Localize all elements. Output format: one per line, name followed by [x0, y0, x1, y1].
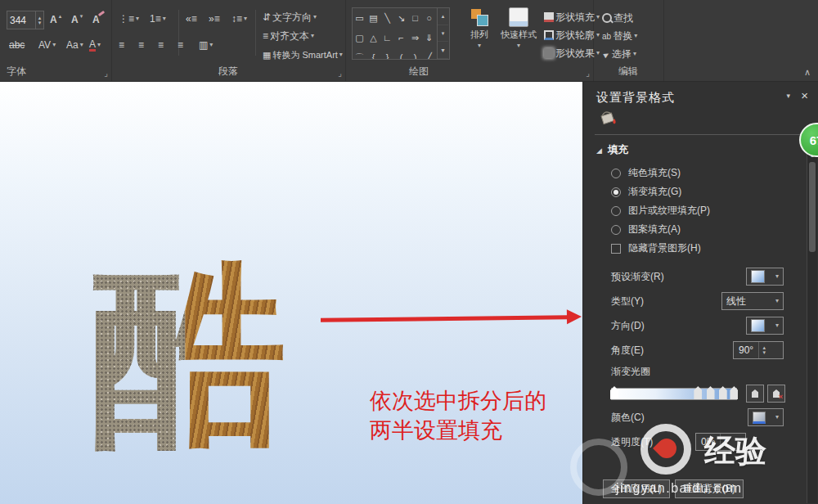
- align-text-label: 对齐文本: [270, 29, 309, 43]
- gradient-angle-spinbox[interactable]: 90° ▴ ▾: [733, 341, 784, 359]
- spin-down-icon[interactable]: ▾: [762, 350, 766, 355]
- dialog-launcher-icon[interactable]: ⌟: [586, 69, 590, 78]
- transparency-spinbox[interactable]: 0% ▴ ▾: [695, 433, 746, 451]
- shape-arrow-icon[interactable]: ↘: [394, 8, 408, 28]
- gradient-stop-handle[interactable]: [730, 386, 738, 399]
- collapse-ribbon-icon[interactable]: ∧: [800, 65, 815, 79]
- shape-right-arrow-icon[interactable]: ⇒: [408, 28, 422, 47]
- shape-outline-label: 形状轮廓: [555, 29, 595, 43]
- shape-line-icon[interactable]: ╲: [380, 8, 394, 28]
- chevron-down-icon: ▾: [775, 273, 779, 280]
- shape-arc-icon[interactable]: ⌒: [353, 47, 366, 60]
- dialog-launcher-icon[interactable]: ⌟: [338, 69, 342, 78]
- dialog-launcher-icon[interactable]: ⌟: [104, 69, 108, 78]
- apply-to-all-button[interactable]: 全部应用(L): [603, 479, 670, 498]
- shape-right-angle-icon[interactable]: ∟: [380, 28, 394, 47]
- find-button[interactable]: 查找: [600, 9, 636, 27]
- align-center-button[interactable]: ≡: [136, 36, 146, 54]
- align-text-button[interactable]: ≡ 对齐文本 ▾: [260, 27, 317, 45]
- shrink-font-button[interactable]: A ▾: [69, 11, 85, 29]
- angle-spinner[interactable]: ▴ ▾: [758, 342, 769, 358]
- numbering-button[interactable]: 1≡ ▾: [147, 10, 169, 28]
- fill-section-header[interactable]: ◢ 填充: [596, 143, 818, 157]
- fill-option-pattern[interactable]: 图案填充(A): [583, 220, 818, 239]
- gradient-stop-handle[interactable]: [707, 386, 715, 399]
- convert-smartart-button[interactable]: ▦ 转换为 SmartArt ▾: [260, 46, 345, 64]
- slide-canvas[interactable]: 酷 酷 依次选中拆分后的 两半设置填充: [0, 82, 582, 504]
- increase-indent-button[interactable]: »≡: [206, 10, 222, 28]
- hide-background-graphics-checkbox[interactable]: 隐藏背景图形(H): [583, 239, 818, 258]
- gradient-stops-bar[interactable]: [611, 388, 737, 400]
- shape-rounded-rectangle-icon[interactable]: ▢: [353, 28, 366, 47]
- justify-button[interactable]: ≡: [175, 36, 186, 54]
- columns-button[interactable]: ▥ ▾: [196, 36, 215, 54]
- shape-triangle-icon[interactable]: △: [366, 28, 380, 47]
- fill-option-label: 图片或纹理填充(P): [628, 204, 710, 218]
- align-left-button[interactable]: ≡: [116, 36, 127, 54]
- spin-down-icon[interactable]: ▾: [38, 20, 42, 25]
- pane-header: 设置背景格式 ▾ ×: [583, 82, 818, 108]
- clear-formatting-button[interactable]: A: [90, 11, 102, 29]
- shape-left-brace-icon[interactable]: {: [366, 47, 380, 60]
- decrease-indent-button[interactable]: «≡: [183, 10, 200, 28]
- font-size-spinner[interactable]: ▴ ▾: [35, 11, 43, 29]
- gradient-stop-handle[interactable]: [719, 386, 727, 399]
- text-direction-button[interactable]: ⇵ 文字方向 ▾: [260, 8, 319, 26]
- red-arrow-shape[interactable]: [321, 315, 568, 322]
- gallery-more-icon[interactable]: ▼: [438, 42, 448, 59]
- gradient-stop-handle[interactable]: [610, 386, 618, 399]
- align-right-button[interactable]: ≡: [155, 36, 166, 54]
- gallery-scroll-up-icon[interactable]: ▴: [438, 8, 448, 25]
- remove-gradient-stop-button[interactable]: ×: [767, 385, 785, 403]
- line-spacing-button[interactable]: ↕≡ ▾: [229, 10, 249, 28]
- shape-curve-icon[interactable]: ╱: [422, 47, 436, 60]
- chevron-down-icon: ▾: [52, 42, 56, 48]
- character-spacing-button[interactable]: AV ▾: [36, 36, 58, 54]
- shape-effects-icon: [544, 48, 554, 58]
- shape-right-bracket-icon[interactable]: ): [408, 47, 422, 60]
- find-label: 查找: [614, 11, 633, 25]
- font-size-input[interactable]: [7, 11, 35, 29]
- replace-button[interactable]: ab 替换 ▾: [600, 27, 640, 45]
- reset-background-button[interactable]: 重置背景(B): [675, 479, 744, 498]
- pane-options-icon[interactable]: ▾: [786, 92, 790, 100]
- background-fill-bucket-icon[interactable]: [598, 108, 619, 128]
- gradient-type-dropdown[interactable]: 线性 ▾: [721, 292, 784, 310]
- grow-font-button[interactable]: A ▴: [47, 11, 64, 29]
- shape-textbox-icon[interactable]: ▭: [353, 8, 366, 28]
- shape-elbow-connector-icon[interactable]: ⌐: [394, 28, 408, 47]
- arrange-button[interactable]: 排列 ▾: [465, 7, 494, 49]
- pane-scrollbar[interactable]: ▴: [807, 151, 817, 503]
- align-left-icon: ≡: [119, 39, 124, 51]
- shapes-gallery: ▭ ▤ ╲ ↘ □ ○ ▢ △ ∟ ⌐ ⇒ ⇓ ⌒ { } ( ): [352, 7, 450, 60]
- shape-rectangle-icon[interactable]: □: [408, 8, 422, 28]
- quick-styles-button[interactable]: 快速样式 ▾: [499, 7, 538, 49]
- shape-oval-icon[interactable]: ○: [422, 8, 436, 28]
- font-color-button[interactable]: A ▾: [87, 36, 103, 54]
- gradient-direction-dropdown[interactable]: ▾: [746, 317, 784, 335]
- gallery-scroll-down-icon[interactable]: ▾: [438, 25, 448, 43]
- strikethrough-button[interactable]: abc: [7, 36, 27, 54]
- close-icon[interactable]: ×: [801, 88, 808, 102]
- bullets-button[interactable]: ⋮≡ ▾: [116, 10, 142, 28]
- stop-color-dropdown[interactable]: ▾: [748, 408, 784, 426]
- transparency-spinner[interactable]: ▴ ▾: [720, 434, 730, 450]
- select-icon: ►: [600, 48, 612, 60]
- select-button[interactable]: ► 选择 ▾: [600, 45, 639, 63]
- preset-gradient-dropdown[interactable]: ▾: [746, 268, 784, 286]
- chevron-down-icon: ▾: [311, 33, 314, 39]
- fill-option-gradient[interactable]: 渐变填充(G): [583, 182, 818, 201]
- shape-right-brace-icon[interactable]: }: [380, 47, 394, 60]
- stop-color-label: 颜色(C): [611, 411, 645, 425]
- spin-down-icon[interactable]: ▾: [725, 442, 728, 447]
- fill-option-picture[interactable]: 图片或纹理填充(P): [583, 201, 818, 220]
- shape-vertical-textbox-icon[interactable]: ▤: [366, 8, 380, 28]
- add-gradient-stop-button[interactable]: [746, 385, 764, 403]
- fill-option-solid[interactable]: 纯色填充(S): [583, 164, 818, 182]
- annotation-text[interactable]: 依次选中拆分后的 两半设置填充: [370, 386, 546, 445]
- scrollbar-thumb[interactable]: [809, 162, 816, 252]
- shape-down-arrow-icon[interactable]: ⇓: [422, 28, 436, 47]
- change-case-button[interactable]: Aa ▾: [64, 36, 86, 54]
- gradient-stop-handle[interactable]: [694, 386, 702, 399]
- shape-left-bracket-icon[interactable]: (: [394, 47, 408, 60]
